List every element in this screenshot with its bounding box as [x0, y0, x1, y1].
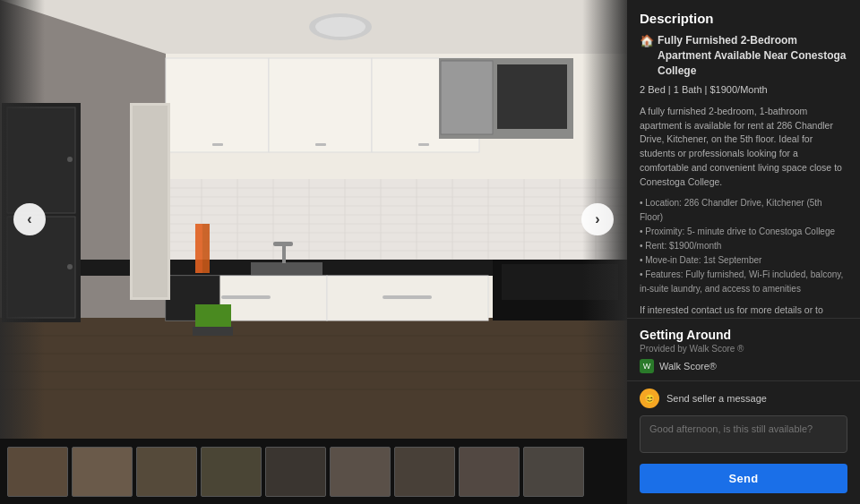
description-section: Description 🏠 Fully Furnished 2-Bedroom … [627, 0, 860, 319]
thumbnail-strip [0, 439, 627, 504]
image-viewer: ‹ › [0, 0, 627, 504]
getting-around-section: Getting Around Provided by Walk Score ® … [627, 319, 860, 381]
listing-body: A fully furnished 2-bedroom, 1-bathroom … [640, 105, 847, 190]
message-prompt-label: Send seller a message [666, 393, 767, 404]
svg-rect-51 [221, 295, 271, 299]
svg-rect-26 [166, 179, 627, 260]
message-section: 😊 Send seller a message Send [627, 381, 860, 504]
main-image: ‹ › [0, 0, 627, 439]
thumbnail-9[interactable] [523, 447, 584, 497]
svg-rect-58 [273, 242, 293, 246]
thumbnail-7[interactable] [394, 447, 455, 497]
description-title: Description [640, 11, 847, 26]
svg-rect-63 [195, 304, 231, 327]
thumbnail-8[interactable] [459, 447, 520, 497]
svg-rect-61 [195, 224, 202, 273]
svg-rect-56 [251, 262, 322, 275]
walk-score-provider: Provided by Walk Score ® [640, 344, 847, 354]
svg-rect-22 [497, 64, 567, 129]
svg-point-12 [67, 157, 73, 162]
svg-rect-60 [133, 106, 168, 297]
svg-rect-18 [212, 143, 223, 146]
svg-rect-62 [202, 224, 210, 273]
thumbnail-3[interactable] [136, 447, 197, 497]
walk-score-row: W Walk Score® [640, 359, 847, 373]
getting-around-title: Getting Around [640, 328, 847, 342]
send-button[interactable]: Send [640, 464, 847, 493]
svg-point-25 [315, 17, 366, 37]
listing-title: Fully Furnished 2-Bedroom Apartment Avai… [658, 33, 847, 78]
svg-rect-20 [418, 143, 429, 146]
thumbnail-4[interactable] [201, 447, 262, 497]
listing-details: • Location: 286 Chandler Drive, Kitchene… [640, 196, 847, 296]
thumbnail-1[interactable] [7, 447, 68, 497]
svg-rect-52 [383, 295, 432, 299]
thumbnail-2[interactable] [72, 447, 133, 497]
avatar: 😊 [640, 389, 659, 408]
walk-score-label: Walk Score® [659, 361, 717, 372]
svg-rect-15 [166, 58, 269, 152]
house-icon: 🏠 [640, 34, 654, 47]
walk-score-icon: W [640, 359, 654, 373]
listing-title-row: 🏠 Fully Furnished 2-Bedroom Apartment Av… [640, 33, 847, 78]
listing-cta: If interested contact us for more detail… [640, 303, 847, 319]
message-header: 😊 Send seller a message [640, 389, 847, 408]
svg-rect-64 [193, 327, 233, 336]
svg-rect-23 [441, 61, 493, 134]
svg-point-13 [67, 264, 73, 269]
listing-subtitle: 2 Bed | 1 Bath | $1900/Month [640, 83, 847, 97]
message-input[interactable] [640, 415, 847, 453]
svg-rect-19 [315, 143, 326, 146]
next-arrow[interactable]: › [581, 203, 614, 235]
svg-rect-16 [269, 58, 372, 152]
thumbnail-5[interactable] [265, 447, 326, 497]
prev-arrow[interactable]: ‹ [13, 203, 46, 235]
thumbnail-6[interactable] [330, 447, 391, 497]
right-panel: Description 🏠 Fully Furnished 2-Bedroom … [627, 0, 860, 504]
